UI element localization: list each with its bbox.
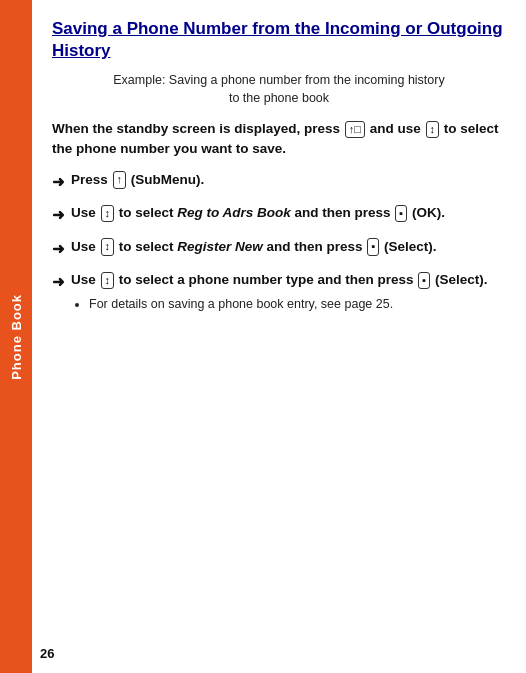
- list-item: ➜ Press ↑ (SubMenu).: [52, 170, 506, 194]
- page-number: 26: [40, 646, 54, 661]
- bullet-arrow-icon: ➜: [52, 271, 65, 294]
- select-button-icon-3: ▪: [367, 238, 379, 255]
- side-tab: Phone Book: [0, 0, 32, 673]
- main-content: Saving a Phone Number from the Incoming …: [32, 0, 526, 673]
- bullet-text-3: Use ↕ to select Register New and then pr…: [71, 237, 506, 257]
- side-tab-label: Phone Book: [9, 294, 24, 380]
- nav-icon-4: ↕: [101, 272, 115, 289]
- list-item: ➜ Use ↕ to select a phone number type an…: [52, 270, 506, 314]
- nav-icon-2: ↕: [101, 205, 115, 222]
- italic-label-2: Reg to Adrs Book: [177, 205, 291, 220]
- bullet-text-2: Use ↕ to select Reg to Adrs Book and the…: [71, 203, 506, 223]
- bullet-arrow-icon: ➜: [52, 204, 65, 227]
- select-button-icon-4: ▪: [418, 272, 430, 289]
- sub-bullet-list: For details on saving a phone book entry…: [71, 295, 506, 314]
- menu-button-icon: ↑□: [345, 121, 365, 138]
- instruction-list: ➜ Press ↑ (SubMenu). ➜ Use ↕ to select R…: [52, 170, 506, 315]
- sub-bullet-item: For details on saving a phone book entry…: [89, 295, 506, 314]
- italic-label-3: Register New: [177, 239, 263, 254]
- page-title: Saving a Phone Number from the Incoming …: [52, 18, 506, 62]
- bullet-arrow-icon: ➜: [52, 238, 65, 261]
- intro-paragraph: When the standby screen is displayed, pr…: [52, 119, 506, 160]
- ok-button-icon: ▪: [395, 205, 407, 222]
- bullet-text-4: Use ↕ to select a phone number type and …: [71, 270, 506, 314]
- list-item: ➜ Use ↕ to select Reg to Adrs Book and t…: [52, 203, 506, 227]
- list-item: ➜ Use ↕ to select Register New and then …: [52, 237, 506, 261]
- bullet-text-1: Press ↑ (SubMenu).: [71, 170, 506, 190]
- page-container: Phone Book Saving a Phone Number from th…: [0, 0, 526, 673]
- bullet-arrow-icon: ➜: [52, 171, 65, 194]
- submenu-button-icon: ↑: [113, 171, 127, 188]
- title-text: Saving a Phone Number from the Incoming …: [52, 19, 503, 60]
- nav-icon-3: ↕: [101, 238, 115, 255]
- nav-button-icon: ↕: [426, 121, 440, 138]
- subtitle: Example: Saving a phone number from the …: [52, 72, 506, 107]
